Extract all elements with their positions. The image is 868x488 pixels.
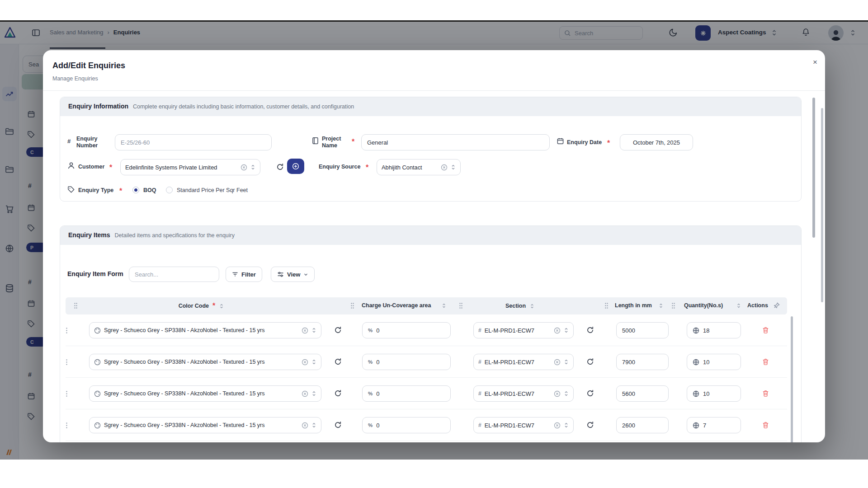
customer-value: Edelinfinite Systems Private Limited xyxy=(125,164,237,171)
table-scrollbar[interactable] xyxy=(791,316,793,442)
drag-grip-icon[interactable] xyxy=(66,422,68,429)
section-select[interactable]: # EL-M-PRD1-ECW7 xyxy=(473,322,574,338)
drag-grip-icon[interactable] xyxy=(671,302,675,309)
column-length: Length in mm xyxy=(615,302,652,309)
section-select[interactable]: # EL-M-PRD1-ECW7 xyxy=(473,385,574,402)
item-search-input[interactable] xyxy=(129,267,219,282)
modal-scrollbar[interactable] xyxy=(821,108,823,302)
clear-icon[interactable] xyxy=(241,164,247,171)
sort-icon[interactable] xyxy=(530,303,534,309)
chevron-updown-icon[interactable] xyxy=(311,390,316,397)
chevron-updown-icon[interactable] xyxy=(564,422,569,428)
view-button[interactable]: View xyxy=(271,267,315,282)
radio-boq[interactable] xyxy=(132,187,139,193)
delete-trash-icon[interactable] xyxy=(762,389,769,397)
chevron-updown-icon[interactable] xyxy=(311,359,316,365)
drag-grip-icon[interactable] xyxy=(66,359,68,366)
clear-icon[interactable] xyxy=(554,359,561,366)
color-code-select[interactable]: Sgrey - Schueco Grey - SP338N - AkzoNobe… xyxy=(89,385,321,402)
close-icon[interactable]: × xyxy=(809,56,821,68)
drag-grip-icon[interactable] xyxy=(74,302,78,309)
section-value: EL-M-PRD1-ECW7 xyxy=(485,327,551,334)
drag-grip-icon[interactable] xyxy=(604,302,609,309)
drag-grip-icon[interactable] xyxy=(66,390,68,397)
table-row: Sgrey - Schueco Grey - SP338N - AkzoNobe… xyxy=(66,378,787,409)
color-code-select[interactable]: Sgrey - Schueco Grey - SP338N - AkzoNobe… xyxy=(89,322,321,338)
required-asterisk: * xyxy=(607,139,610,147)
refresh-icon[interactable] xyxy=(586,358,594,366)
refresh-icon[interactable] xyxy=(586,389,594,397)
project-name-input[interactable]: General xyxy=(361,134,550,150)
chevron-updown-icon[interactable] xyxy=(250,164,255,170)
drag-grip-icon[interactable] xyxy=(66,327,68,334)
length-input[interactable]: 5600 xyxy=(616,385,669,402)
sort-icon[interactable] xyxy=(736,303,741,309)
add-customer-button[interactable] xyxy=(287,159,304,174)
clear-icon[interactable] xyxy=(554,390,561,397)
charge-uncoverage-input[interactable]: % 0 xyxy=(362,417,451,433)
delete-trash-icon[interactable] xyxy=(762,421,769,429)
charge-uncoverage-input[interactable]: % 0 xyxy=(362,322,451,338)
quantity-input[interactable]: 10 xyxy=(687,354,741,370)
app-window: Sea C # P # C # Sales and Marketing › En xyxy=(0,20,868,460)
refresh-icon[interactable] xyxy=(334,326,342,334)
delete-trash-icon[interactable] xyxy=(762,358,769,366)
view-settings-icon xyxy=(277,271,284,278)
sort-icon[interactable] xyxy=(219,303,224,309)
pin-icon[interactable] xyxy=(774,302,780,309)
length-input[interactable]: 2600 xyxy=(616,417,669,433)
chevron-updown-icon[interactable] xyxy=(564,359,569,365)
refresh-icon[interactable] xyxy=(334,421,342,429)
refresh-icon[interactable] xyxy=(586,421,594,429)
filter-button[interactable]: Filter xyxy=(226,267,262,282)
sort-icon[interactable] xyxy=(442,303,446,309)
content-scrollbar[interactable] xyxy=(812,98,815,238)
quantity-input[interactable]: 18 xyxy=(687,322,741,338)
tag-icon xyxy=(67,186,75,193)
refresh-icon[interactable] xyxy=(276,163,284,171)
clear-icon[interactable] xyxy=(302,327,308,334)
section-select[interactable]: # EL-M-PRD1-ECW7 xyxy=(473,354,574,370)
clear-icon[interactable] xyxy=(554,327,561,334)
section-select[interactable]: # EL-M-PRD1-ECW7 xyxy=(473,417,574,433)
charge-value: 0 xyxy=(376,359,379,366)
customer-select[interactable]: Edelinfinite Systems Private Limited xyxy=(120,159,260,175)
chevron-updown-icon[interactable] xyxy=(564,390,569,397)
quantity-unit-icon xyxy=(693,359,699,366)
refresh-icon[interactable] xyxy=(334,389,342,397)
clear-icon[interactable] xyxy=(302,422,308,429)
enquiry-source-select[interactable]: Abhijith Contact xyxy=(377,159,461,175)
radio-standard-price[interactable] xyxy=(166,187,173,193)
chevron-updown-icon[interactable] xyxy=(451,164,456,170)
charge-uncoverage-input[interactable]: % 0 xyxy=(362,385,451,402)
refresh-icon[interactable] xyxy=(586,326,594,334)
enquiry-date-input[interactable]: October 7th, 2025 xyxy=(620,134,693,150)
refresh-icon[interactable] xyxy=(334,358,342,366)
length-input[interactable]: 5000 xyxy=(616,322,669,338)
color-code-select[interactable]: Sgrey - Schueco Grey - SP338N - AkzoNobe… xyxy=(89,354,321,370)
drag-grip-icon[interactable] xyxy=(459,302,463,309)
clear-icon[interactable] xyxy=(302,390,308,397)
clear-icon[interactable] xyxy=(302,359,308,366)
delete-trash-icon[interactable] xyxy=(762,326,769,334)
charge-uncoverage-input[interactable]: % 0 xyxy=(362,354,451,370)
quantity-input[interactable]: 10 xyxy=(687,385,741,402)
filter-icon xyxy=(232,271,238,277)
length-input[interactable]: 7900 xyxy=(616,354,669,370)
chevron-updown-icon[interactable] xyxy=(311,327,316,333)
table-row: Sgrey - Schueco Grey - SP338N - AkzoNobe… xyxy=(66,346,787,378)
item-search-field[interactable] xyxy=(135,271,213,278)
drag-grip-icon[interactable] xyxy=(350,302,354,309)
clear-icon[interactable] xyxy=(441,164,448,171)
color-code-select[interactable]: Sgrey - Schueco Grey - SP338N - AkzoNobe… xyxy=(89,417,321,433)
column-color-code: Color Code xyxy=(179,303,209,309)
enquiry-number-input[interactable]: E-25/26-60 xyxy=(115,134,272,150)
clear-icon[interactable] xyxy=(554,422,561,429)
chevron-updown-icon[interactable] xyxy=(311,422,316,428)
chevron-updown-icon[interactable] xyxy=(564,327,569,333)
sort-icon[interactable] xyxy=(659,303,663,309)
enquiry-type-label: Enquiry Type xyxy=(78,187,113,194)
add-edit-enquiries-modal: Add/Edit Enquiries Manage Enquiries × En… xyxy=(43,50,825,442)
quantity-value: 18 xyxy=(703,327,709,334)
quantity-input[interactable]: 7 xyxy=(687,417,741,433)
